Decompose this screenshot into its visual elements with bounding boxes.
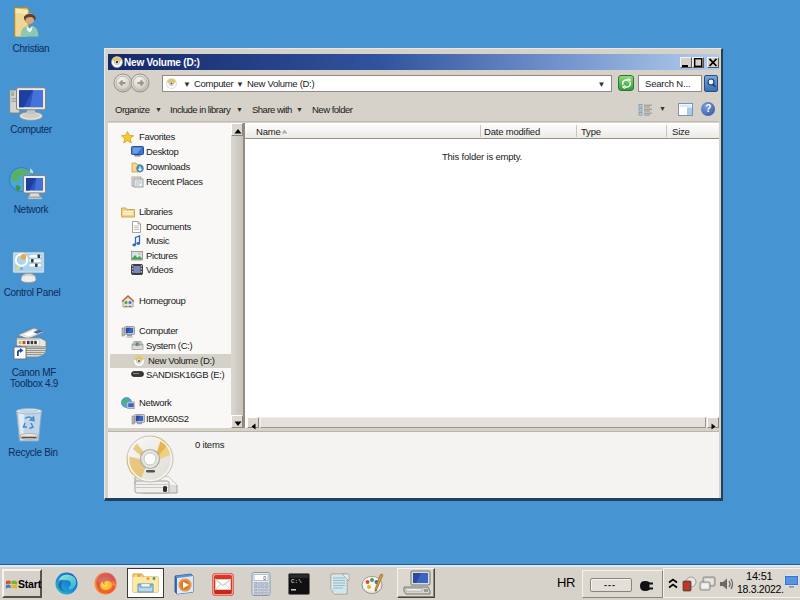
svg-text:C:\: C:\ (291, 578, 302, 585)
svg-text:0: 0 (263, 575, 266, 581)
